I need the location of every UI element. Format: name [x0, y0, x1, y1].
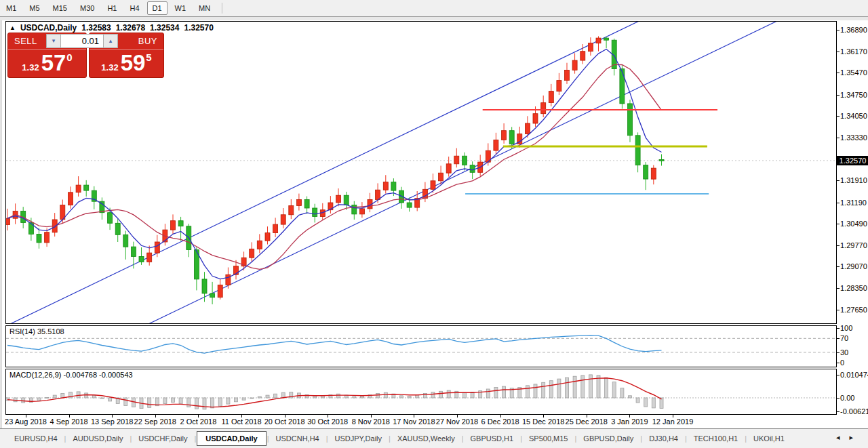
chart-tab-usdcad-daily[interactable]: USDCAD,Daily — [197, 431, 266, 446]
volume-stepper: ▾ 0.01 ▴ — [46, 34, 118, 48]
chart-tab-dj30-h4[interactable]: DJ30,H4 — [643, 432, 684, 445]
date-axis-label: 12 Jan 2019 — [647, 418, 698, 426]
timeframe-button-w1[interactable]: W1 — [170, 1, 192, 15]
price-axis-tick — [837, 73, 840, 73]
macd-label: MACD(12,26,9) -0.004768 -0.000543 — [9, 371, 133, 379]
price-axis-label: 1.31910 — [840, 176, 867, 184]
chart-tab-usdchf-daily[interactable]: USDCHF,Daily — [132, 432, 193, 445]
one-click-trading-widget: SELL 1.32 57 0 BUY 1.32 59 5 ▾ 0.01 ▴ — [7, 33, 164, 78]
sell-price-prefix: 1.32 — [22, 62, 39, 73]
volume-input[interactable]: 0.01 — [61, 34, 103, 48]
price-axis-tick — [837, 52, 840, 52]
tab-scroll-arrows[interactable]: ◂▸ — [836, 433, 863, 442]
rsi-axis-label: 0 — [840, 359, 844, 367]
rsi-axis-label: 30 — [840, 348, 848, 357]
price-axis-label: 1.29770 — [840, 241, 867, 249]
current-price-box: 1.32570 — [837, 156, 868, 165]
toolbar-separator — [222, 3, 223, 14]
macd-axis-tick — [837, 398, 840, 399]
chart-tab-bar: EURUSD,H4|AUDUSD,Daily|USDCHF,Daily|USDC… — [0, 428, 868, 448]
chart-tab-eurusd-h4[interactable]: EURUSD,H4 — [8, 432, 64, 445]
timeframe-button-m30[interactable]: M30 — [75, 1, 100, 15]
volume-decrease-button[interactable]: ▾ — [46, 34, 61, 48]
chart-tab-sp500-m15[interactable]: SP500,M15 — [523, 432, 574, 445]
price-axis-label: 1.28350 — [840, 284, 867, 292]
buy-price-main: 59 — [121, 51, 146, 75]
price-axis-label: 1.34750 — [840, 91, 867, 99]
timeframe-button-h1[interactable]: H1 — [102, 1, 122, 15]
window-left-edge — [1, 20, 1, 428]
timeframe-button-m1[interactable]: M1 — [1, 1, 22, 15]
chart-title: ▲ USDCAD,Daily 1.32583 1.32678 1.32534 1… — [9, 23, 214, 33]
rsi-axis-tick — [837, 363, 840, 363]
macd-axis-tick — [837, 411, 840, 412]
chart-tab-gbpusd-daily[interactable]: GBPUSD,Daily — [577, 432, 639, 445]
price-axis-label: 1.34050 — [840, 112, 867, 120]
symbol-period: USDCAD,Daily — [20, 23, 77, 33]
price-axis-tick — [837, 30, 840, 30]
macd-axis-tick — [837, 375, 840, 375]
chart-tab-usdjpy-daily[interactable]: USDJPY,Daily — [329, 432, 389, 445]
price-axis-tick — [837, 138, 840, 138]
sell-price: 1.32 57 0 — [8, 51, 86, 77]
chart-tab-usdcnh-h4[interactable]: USDCNH,H4 — [270, 432, 326, 445]
sell-price-main: 57 — [41, 51, 66, 75]
rsi-label: RSI(14) 35.5108 — [9, 327, 64, 335]
rsi-axis-tick — [837, 352, 840, 353]
price-axis-label: 1.27650 — [840, 306, 867, 314]
price-axis-label: 1.30490 — [840, 220, 867, 228]
buy-price-sup: 5 — [146, 52, 151, 63]
price-axis-tick — [837, 116, 840, 117]
price-axis-label: 1.33330 — [840, 134, 867, 142]
timeframe-toolbar: M1M5M15M30H1H4D1W1MN — [0, 0, 868, 16]
price-axis-label: 1.35470 — [840, 68, 867, 77]
rsi-indicator-panel[interactable]: RSI(14) 35.5108 — [5, 325, 837, 367]
price-axis-tick — [837, 310, 840, 310]
price-axis-label: 1.29070 — [840, 262, 867, 270]
macd-axis-label: -0.006218 — [840, 407, 868, 415]
chart-tab-gbpusd-h1[interactable]: GBPUSD,H1 — [465, 432, 520, 445]
price-axis-tick — [837, 288, 840, 289]
price-axis-label: 1.36890 — [840, 26, 867, 34]
buy-price: 1.32 59 5 — [90, 51, 163, 77]
sell-price-sup: 0 — [66, 52, 72, 63]
timeframe-button-d1[interactable]: D1 — [147, 1, 167, 15]
buy-price-prefix: 1.32 — [101, 62, 118, 73]
ohlc-open: 1.32583 — [81, 23, 111, 33]
price-axis-label: 1.36170 — [840, 47, 867, 56]
ohlc-high: 1.32678 — [116, 23, 145, 33]
chart-tab-xauusd-weekly[interactable]: XAUUSD,Weekly — [391, 432, 461, 445]
price-axis-tick — [837, 203, 840, 203]
collapse-triangle-icon[interactable]: ▲ — [9, 24, 16, 31]
price-axis-tick — [837, 95, 840, 96]
chart-tab-tech100-h1[interactable]: TECH100,H1 — [688, 432, 744, 445]
timeframe-button-m15[interactable]: M15 — [47, 1, 73, 15]
rsi-axis-tick — [837, 328, 840, 329]
price-axis-label: 1.31190 — [840, 199, 867, 207]
price-axis-tick — [837, 266, 840, 267]
timeframe-button-m5[interactable]: M5 — [24, 1, 45, 15]
ohlc-low: 1.32534 — [150, 23, 179, 33]
chart-tab-ukoil-h1[interactable]: UKOil,H1 — [747, 432, 791, 445]
sell-button[interactable]: SELL — [14, 36, 37, 46]
chart-tab-audusd-daily[interactable]: AUDUSD,Daily — [66, 432, 129, 445]
rsi-axis-label: 100 — [840, 324, 852, 332]
ohlc-close: 1.32570 — [184, 23, 213, 33]
buy-button[interactable]: BUY — [138, 36, 157, 46]
price-axis-tick — [837, 245, 840, 246]
macd-axis-label: 0.010474 — [840, 371, 868, 379]
volume-increase-button[interactable]: ▴ — [103, 34, 118, 48]
macd-axis-label: 0.00 — [840, 394, 854, 402]
rsi-axis-label: 70 — [840, 334, 848, 342]
chart-window: RSI(14) 35.5108 MACD(12,26,9) -0.004768 … — [0, 20, 868, 428]
macd-indicator-panel[interactable]: MACD(12,26,9) -0.004768 -0.000543 — [5, 369, 837, 415]
price-axis-tick — [837, 180, 840, 181]
rsi-canvas[interactable] — [6, 326, 836, 367]
rsi-axis-tick — [837, 338, 840, 339]
timeframe-button-h4[interactable]: H4 — [124, 1, 144, 15]
price-axis-tick — [837, 224, 840, 224]
timeframe-button-mn[interactable]: MN — [193, 1, 216, 15]
